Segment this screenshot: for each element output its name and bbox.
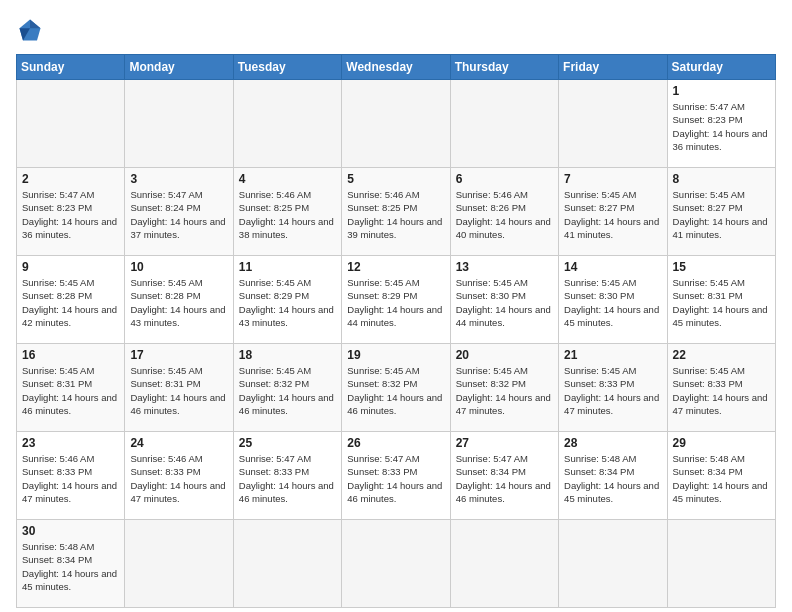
day-cell-16: 16Sunrise: 5:45 AMSunset: 8:31 PMDayligh… bbox=[17, 344, 125, 432]
cell-details: Sunrise: 5:45 AMSunset: 8:32 PMDaylight:… bbox=[239, 364, 336, 417]
day-cell-3: 3Sunrise: 5:47 AMSunset: 8:24 PMDaylight… bbox=[125, 168, 233, 256]
calendar-table: SundayMondayTuesdayWednesdayThursdayFrid… bbox=[16, 54, 776, 608]
cell-details: Sunrise: 5:45 AMSunset: 8:29 PMDaylight:… bbox=[347, 276, 444, 329]
day-cell-9: 9Sunrise: 5:45 AMSunset: 8:28 PMDaylight… bbox=[17, 256, 125, 344]
empty-cell bbox=[17, 80, 125, 168]
logo-icon bbox=[16, 16, 44, 44]
day-cell-18: 18Sunrise: 5:45 AMSunset: 8:32 PMDayligh… bbox=[233, 344, 341, 432]
day-cell-24: 24Sunrise: 5:46 AMSunset: 8:33 PMDayligh… bbox=[125, 432, 233, 520]
day-cell-27: 27Sunrise: 5:47 AMSunset: 8:34 PMDayligh… bbox=[450, 432, 558, 520]
day-number: 8 bbox=[673, 172, 770, 186]
day-cell-12: 12Sunrise: 5:45 AMSunset: 8:29 PMDayligh… bbox=[342, 256, 450, 344]
calendar-week-2: 2Sunrise: 5:47 AMSunset: 8:23 PMDaylight… bbox=[17, 168, 776, 256]
svg-marker-1 bbox=[30, 20, 41, 29]
empty-cell bbox=[667, 520, 775, 608]
empty-cell bbox=[125, 80, 233, 168]
empty-cell bbox=[342, 520, 450, 608]
day-number: 9 bbox=[22, 260, 119, 274]
empty-cell bbox=[125, 520, 233, 608]
day-number: 11 bbox=[239, 260, 336, 274]
day-cell-1: 1Sunrise: 5:47 AMSunset: 8:23 PMDaylight… bbox=[667, 80, 775, 168]
day-number: 12 bbox=[347, 260, 444, 274]
page: SundayMondayTuesdayWednesdayThursdayFrid… bbox=[0, 0, 792, 612]
day-cell-4: 4Sunrise: 5:46 AMSunset: 8:25 PMDaylight… bbox=[233, 168, 341, 256]
day-number: 13 bbox=[456, 260, 553, 274]
day-cell-17: 17Sunrise: 5:45 AMSunset: 8:31 PMDayligh… bbox=[125, 344, 233, 432]
day-number: 1 bbox=[673, 84, 770, 98]
day-cell-11: 11Sunrise: 5:45 AMSunset: 8:29 PMDayligh… bbox=[233, 256, 341, 344]
cell-details: Sunrise: 5:46 AMSunset: 8:25 PMDaylight:… bbox=[347, 188, 444, 241]
day-header-wednesday: Wednesday bbox=[342, 55, 450, 80]
day-number: 19 bbox=[347, 348, 444, 362]
day-number: 3 bbox=[130, 172, 227, 186]
day-cell-6: 6Sunrise: 5:46 AMSunset: 8:26 PMDaylight… bbox=[450, 168, 558, 256]
day-header-monday: Monday bbox=[125, 55, 233, 80]
cell-details: Sunrise: 5:45 AMSunset: 8:31 PMDaylight:… bbox=[673, 276, 770, 329]
empty-cell bbox=[559, 80, 667, 168]
cell-details: Sunrise: 5:46 AMSunset: 8:33 PMDaylight:… bbox=[22, 452, 119, 505]
day-cell-14: 14Sunrise: 5:45 AMSunset: 8:30 PMDayligh… bbox=[559, 256, 667, 344]
day-number: 25 bbox=[239, 436, 336, 450]
calendar-week-3: 9Sunrise: 5:45 AMSunset: 8:28 PMDaylight… bbox=[17, 256, 776, 344]
cell-details: Sunrise: 5:45 AMSunset: 8:30 PMDaylight:… bbox=[564, 276, 661, 329]
day-number: 23 bbox=[22, 436, 119, 450]
day-cell-29: 29Sunrise: 5:48 AMSunset: 8:34 PMDayligh… bbox=[667, 432, 775, 520]
day-header-sunday: Sunday bbox=[17, 55, 125, 80]
day-number: 27 bbox=[456, 436, 553, 450]
day-cell-30: 30Sunrise: 5:48 AMSunset: 8:34 PMDayligh… bbox=[17, 520, 125, 608]
day-number: 5 bbox=[347, 172, 444, 186]
cell-details: Sunrise: 5:46 AMSunset: 8:33 PMDaylight:… bbox=[130, 452, 227, 505]
empty-cell bbox=[450, 80, 558, 168]
day-number: 28 bbox=[564, 436, 661, 450]
day-number: 6 bbox=[456, 172, 553, 186]
empty-cell bbox=[233, 80, 341, 168]
cell-details: Sunrise: 5:45 AMSunset: 8:27 PMDaylight:… bbox=[564, 188, 661, 241]
cell-details: Sunrise: 5:45 AMSunset: 8:29 PMDaylight:… bbox=[239, 276, 336, 329]
calendar-week-1: 1Sunrise: 5:47 AMSunset: 8:23 PMDaylight… bbox=[17, 80, 776, 168]
calendar-week-5: 23Sunrise: 5:46 AMSunset: 8:33 PMDayligh… bbox=[17, 432, 776, 520]
day-number: 29 bbox=[673, 436, 770, 450]
cell-details: Sunrise: 5:45 AMSunset: 8:31 PMDaylight:… bbox=[130, 364, 227, 417]
day-cell-26: 26Sunrise: 5:47 AMSunset: 8:33 PMDayligh… bbox=[342, 432, 450, 520]
day-cell-23: 23Sunrise: 5:46 AMSunset: 8:33 PMDayligh… bbox=[17, 432, 125, 520]
cell-details: Sunrise: 5:48 AMSunset: 8:34 PMDaylight:… bbox=[564, 452, 661, 505]
empty-cell bbox=[559, 520, 667, 608]
day-cell-13: 13Sunrise: 5:45 AMSunset: 8:30 PMDayligh… bbox=[450, 256, 558, 344]
empty-cell bbox=[342, 80, 450, 168]
day-number: 26 bbox=[347, 436, 444, 450]
day-cell-10: 10Sunrise: 5:45 AMSunset: 8:28 PMDayligh… bbox=[125, 256, 233, 344]
day-cell-22: 22Sunrise: 5:45 AMSunset: 8:33 PMDayligh… bbox=[667, 344, 775, 432]
calendar-header-row: SundayMondayTuesdayWednesdayThursdayFrid… bbox=[17, 55, 776, 80]
logo bbox=[16, 16, 48, 44]
cell-details: Sunrise: 5:47 AMSunset: 8:33 PMDaylight:… bbox=[239, 452, 336, 505]
day-cell-2: 2Sunrise: 5:47 AMSunset: 8:23 PMDaylight… bbox=[17, 168, 125, 256]
day-number: 21 bbox=[564, 348, 661, 362]
cell-details: Sunrise: 5:48 AMSunset: 8:34 PMDaylight:… bbox=[22, 540, 119, 593]
day-cell-21: 21Sunrise: 5:45 AMSunset: 8:33 PMDayligh… bbox=[559, 344, 667, 432]
cell-details: Sunrise: 5:47 AMSunset: 8:34 PMDaylight:… bbox=[456, 452, 553, 505]
empty-cell bbox=[450, 520, 558, 608]
day-number: 30 bbox=[22, 524, 119, 538]
cell-details: Sunrise: 5:45 AMSunset: 8:31 PMDaylight:… bbox=[22, 364, 119, 417]
day-number: 4 bbox=[239, 172, 336, 186]
cell-details: Sunrise: 5:47 AMSunset: 8:24 PMDaylight:… bbox=[130, 188, 227, 241]
day-number: 17 bbox=[130, 348, 227, 362]
day-header-thursday: Thursday bbox=[450, 55, 558, 80]
day-cell-15: 15Sunrise: 5:45 AMSunset: 8:31 PMDayligh… bbox=[667, 256, 775, 344]
calendar-week-4: 16Sunrise: 5:45 AMSunset: 8:31 PMDayligh… bbox=[17, 344, 776, 432]
day-number: 2 bbox=[22, 172, 119, 186]
day-number: 15 bbox=[673, 260, 770, 274]
cell-details: Sunrise: 5:45 AMSunset: 8:32 PMDaylight:… bbox=[456, 364, 553, 417]
day-cell-28: 28Sunrise: 5:48 AMSunset: 8:34 PMDayligh… bbox=[559, 432, 667, 520]
day-cell-7: 7Sunrise: 5:45 AMSunset: 8:27 PMDaylight… bbox=[559, 168, 667, 256]
day-number: 18 bbox=[239, 348, 336, 362]
calendar-week-6: 30Sunrise: 5:48 AMSunset: 8:34 PMDayligh… bbox=[17, 520, 776, 608]
empty-cell bbox=[233, 520, 341, 608]
cell-details: Sunrise: 5:48 AMSunset: 8:34 PMDaylight:… bbox=[673, 452, 770, 505]
day-cell-20: 20Sunrise: 5:45 AMSunset: 8:32 PMDayligh… bbox=[450, 344, 558, 432]
day-number: 22 bbox=[673, 348, 770, 362]
day-cell-5: 5Sunrise: 5:46 AMSunset: 8:25 PMDaylight… bbox=[342, 168, 450, 256]
day-cell-25: 25Sunrise: 5:47 AMSunset: 8:33 PMDayligh… bbox=[233, 432, 341, 520]
cell-details: Sunrise: 5:47 AMSunset: 8:23 PMDaylight:… bbox=[673, 100, 770, 153]
cell-details: Sunrise: 5:47 AMSunset: 8:33 PMDaylight:… bbox=[347, 452, 444, 505]
